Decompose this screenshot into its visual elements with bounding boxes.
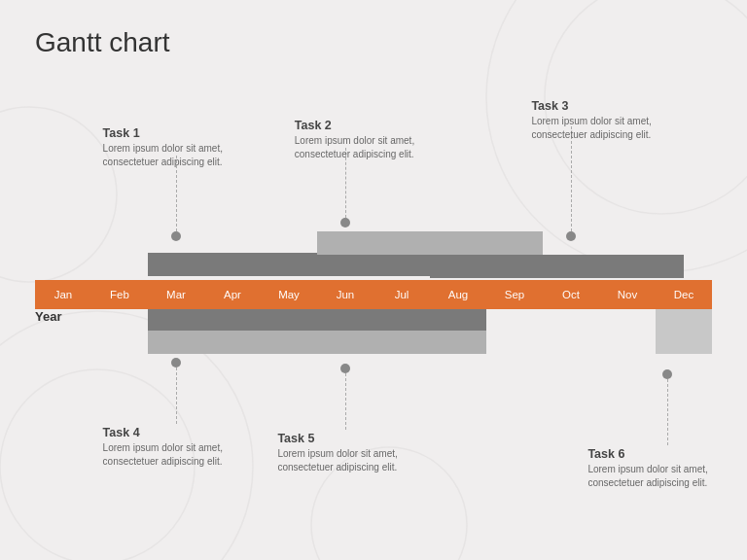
month-cell-jul: Jul (374, 280, 430, 309)
gantt-bar-below-2 (148, 331, 486, 354)
task3-line (571, 126, 572, 231)
gantt-bar-below-3 (656, 309, 712, 354)
task2-annotation: Task 2 Lorem ipsum dolor sit amet,consec… (295, 119, 414, 161)
task1-dot (171, 231, 181, 241)
task2-desc: Lorem ipsum dolor sit amet,consectetuer … (295, 134, 414, 161)
gantt-bar-above-3 (430, 255, 684, 278)
task5-name: Task 5 (277, 432, 397, 445)
month-cell-may: May (261, 280, 317, 309)
month-cell-mar: Mar (148, 280, 204, 309)
page-title: Gantt chart (35, 27, 712, 58)
task1-name: Task 1 (103, 126, 223, 140)
month-cell-feb: Feb (91, 280, 148, 309)
month-cell-nov: Nov (599, 280, 656, 309)
gantt-bar-above-1 (148, 253, 430, 276)
task6-name: Task 6 (587, 447, 707, 461)
task2-name: Task 2 (295, 119, 414, 132)
task5-dot (340, 364, 350, 373)
month-cell-jun: Jun (317, 280, 374, 309)
task5-annotation: Task 5 Lorem ipsum dolor sit amet,consec… (277, 432, 397, 474)
month-cell-dec: Dec (656, 280, 712, 309)
year-label: Year (35, 309, 61, 324)
task1-desc: Lorem ipsum dolor sit amet,consectetuer … (103, 142, 223, 169)
task6-desc: Lorem ipsum dolor sit amet,consectetuer … (587, 463, 707, 490)
month-cell-jan: Jan (35, 280, 91, 309)
task1-annotation: Task 1 Lorem ipsum dolor sit amet,consec… (103, 126, 223, 169)
task5-line (345, 373, 346, 430)
gantt-bar-above-2 (317, 231, 543, 255)
task4-annotation: Task 4 Lorem ipsum dolor sit amet,consec… (103, 426, 223, 469)
task6-dot (662, 369, 672, 379)
month-cell-oct: Oct (543, 280, 599, 309)
task4-desc: Lorem ipsum dolor sit amet,consectetuer … (103, 441, 223, 469)
task4-name: Task 4 (103, 426, 223, 439)
task6-annotation: Task 6 Lorem ipsum dolor sit amet,consec… (587, 447, 707, 490)
timeline-row: JanFebMarAprMayJunJulAugSepOctNovDec (35, 280, 712, 309)
task6-line (667, 379, 668, 445)
chart-area: JanFebMarAprMayJunJulAugSepOctNovDec Yea… (35, 68, 712, 544)
task3-desc: Lorem ipsum dolor sit amet,consectetuer … (531, 115, 651, 142)
task4-line (176, 368, 177, 424)
task2-dot (340, 218, 350, 228)
gantt-bar-below-1 (148, 309, 486, 332)
month-cell-apr: Apr (204, 280, 261, 309)
task3-annotation: Task 3 Lorem ipsum dolor sit amet,consec… (531, 99, 651, 142)
task3-dot (566, 231, 576, 241)
task3-name: Task 3 (531, 99, 651, 113)
task5-desc: Lorem ipsum dolor sit amet,consectetuer … (277, 447, 397, 474)
month-cell-aug: Aug (430, 280, 486, 309)
month-cell-sep: Sep (486, 280, 543, 309)
task4-dot (171, 358, 181, 368)
